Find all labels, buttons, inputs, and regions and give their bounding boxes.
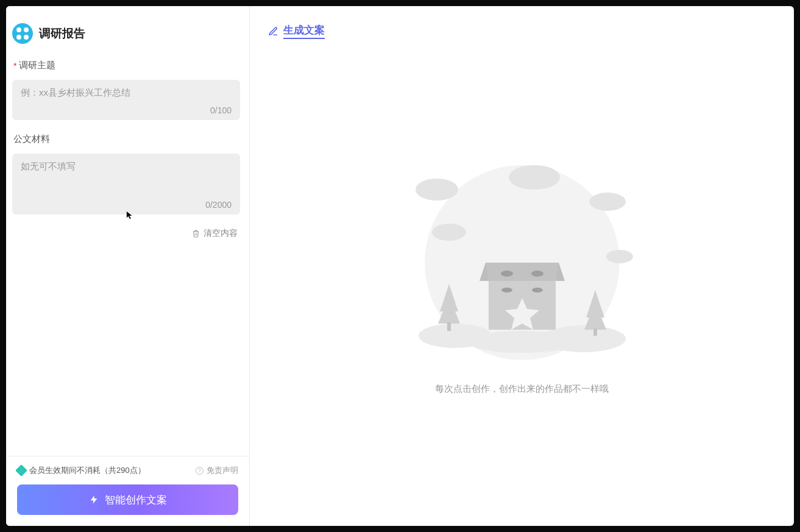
- material-label-row: 公文材料: [12, 133, 240, 145]
- right-panel-title: 生成文案: [283, 23, 325, 39]
- svg-rect-11: [447, 322, 451, 331]
- material-input[interactable]: [21, 161, 232, 196]
- svg-point-18: [501, 288, 512, 293]
- empty-illustration: [394, 153, 650, 360]
- trash-icon: [192, 230, 200, 238]
- form-group-material: 公文材料 0/2000: [12, 133, 240, 215]
- svg-point-19: [532, 288, 543, 293]
- right-panel: 生成文案: [250, 6, 794, 526]
- app-icon: [12, 23, 33, 44]
- material-input-wrap: 0/2000: [12, 154, 240, 215]
- svg-point-5: [606, 250, 633, 263]
- bolt-icon: [89, 495, 99, 505]
- page-title: 调研报告: [39, 26, 85, 41]
- svg-point-2: [432, 224, 466, 241]
- topic-label: 调研主题: [19, 60, 55, 71]
- topic-input-wrap: 0/100: [12, 80, 240, 120]
- panel-header: 调研报告: [6, 6, 249, 56]
- svg-point-17: [531, 271, 543, 277]
- svg-point-3: [509, 165, 560, 190]
- generate-button[interactable]: 智能创作文案: [17, 484, 238, 515]
- form-group-topic: * 调研主题 0/100: [12, 60, 240, 120]
- clear-row: 清空内容: [12, 228, 240, 239]
- credits-text: 会员生效期间不消耗（共290点）: [29, 465, 146, 476]
- material-char-count: 0/2000: [21, 200, 232, 210]
- help-icon: ?: [196, 467, 204, 475]
- left-panel: 调研报告 * 调研主题 0/100 公文材料: [6, 6, 250, 526]
- app-container: 调研报告 * 调研主题 0/100 公文材料: [6, 6, 794, 526]
- svg-point-8: [467, 331, 577, 353]
- svg-point-1: [416, 179, 458, 200]
- panel-footer: 会员生效期间不消耗（共290点） ? 免责声明 智能创作文案: [6, 456, 249, 526]
- svg-rect-14: [593, 328, 597, 336]
- svg-point-16: [501, 271, 513, 277]
- generate-button-label: 智能创作文案: [105, 493, 167, 507]
- topic-label-row: * 调研主题: [12, 60, 240, 71]
- empty-state: 每次点击创作，创作出来的作品都不一样哦: [268, 39, 776, 509]
- empty-hint: 每次点击创作，创作出来的作品都不一样哦: [435, 383, 609, 395]
- disclaimer-button[interactable]: ? 免责声明: [196, 465, 238, 476]
- edit-icon: [268, 26, 278, 37]
- required-star: *: [13, 62, 16, 70]
- right-header: 生成文案: [268, 23, 776, 39]
- topic-char-count: 0/100: [21, 105, 232, 115]
- credits-info: 会员生效期间不消耗（共290点）: [17, 465, 146, 476]
- topic-input[interactable]: [21, 87, 232, 102]
- clear-button-label: 清空内容: [204, 228, 238, 239]
- form-body: * 调研主题 0/100 公文材料 0/2000: [6, 56, 249, 456]
- svg-point-4: [589, 193, 626, 211]
- material-label: 公文材料: [13, 133, 50, 145]
- footer-info-row: 会员生效期间不消耗（共290点） ? 免责声明: [17, 465, 238, 476]
- disclaimer-label: 免责声明: [207, 465, 238, 476]
- clear-button[interactable]: 清空内容: [192, 228, 238, 239]
- diamond-icon: [15, 464, 27, 477]
